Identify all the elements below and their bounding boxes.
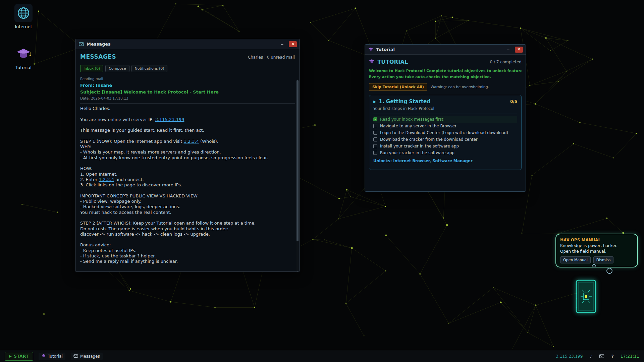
mail-body-line	[80, 111, 295, 117]
tutorial-intro-line: Every action you take auto-checks the ma…	[369, 74, 522, 80]
mail-body-line: This message is your guided start. Read …	[80, 128, 295, 133]
desktop-icon-label: Tutorial	[15, 65, 32, 70]
skip-row: Skip Tutorial (Unlock All) Warning: can …	[369, 83, 522, 91]
mail-text: You must hack to access the real content…	[80, 210, 171, 215]
scrollbar-thumb[interactable]	[297, 80, 299, 241]
mail-text: HOW:	[80, 166, 92, 171]
reading-label: Reading mail	[80, 77, 295, 81]
objective-label: Login to the Download Center (Login with…	[380, 130, 508, 135]
system-tray: 3.115.23.199 ♪ ? 17:21:11	[556, 353, 639, 359]
mail-text: - If stuck, use the taskbar ? helper.	[80, 253, 156, 258]
tutorial-header: TUTORIAL 0 / 7 completed	[369, 59, 522, 65]
messages-content: MESSAGES Charles | 0 unread mail Inbox (…	[75, 53, 300, 272]
open-manual-button[interactable]: Open Manual	[560, 256, 591, 263]
mail-text: STEP 1 (NOW): Open the Internet app and …	[80, 139, 183, 144]
ip-link[interactable]: 3.115.23.199	[155, 117, 184, 122]
mail-body-line	[80, 188, 295, 193]
objective-label: Run your cracker in the software app	[380, 150, 454, 155]
play-icon: ▶	[9, 354, 12, 358]
clock: 17:21:11	[621, 354, 639, 359]
mail-meta: Reading mail From: Insane Subject: [Insa…	[80, 77, 295, 100]
graduation-cap-icon	[41, 354, 46, 359]
taskbar-item-messages[interactable]: Messages	[71, 353, 103, 360]
graduation-cap-icon	[368, 46, 373, 53]
objective-row[interactable]: Download the cracker from the download c…	[373, 136, 517, 143]
page-title: MESSAGES	[80, 53, 248, 60]
objective-label: Navigate to any server in the Browser	[380, 124, 457, 128]
mail-text: 2. Enter	[80, 177, 99, 182]
objective-label: Download the cracker from the download c…	[380, 137, 478, 142]
scrollbar-track[interactable]	[297, 79, 299, 272]
mail-body-line: STEP 2 (AFTER WHOIS): Keep your Tutorial…	[80, 221, 295, 226]
mail-body-line: - If stuck, use the taskbar ? helper.	[80, 253, 295, 259]
mail-text: This message is your guided start. Read …	[80, 128, 204, 133]
resize-handle[interactable]	[295, 271, 298, 272]
minimize-button[interactable]: –	[504, 47, 512, 53]
mail-tab[interactable]: Notifications (0)	[131, 65, 168, 72]
desktop-icon-internet[interactable]: Internet	[9, 4, 38, 29]
tooltip-line: Knowledge is power, hacker.	[560, 243, 633, 248]
envelope-icon	[73, 354, 78, 359]
skip-tutorial-button[interactable]: Skip Tutorial (Unlock All)	[369, 83, 427, 91]
play-icon: ▶	[373, 100, 376, 104]
mail-text: WHY:	[80, 144, 91, 149]
ip-link[interactable]: 1.2.3.4	[183, 139, 199, 144]
mail-body: Hello Charles, You are now online with s…	[80, 106, 295, 264]
mail-text: discover -> run software -> hack -> clea…	[80, 232, 210, 237]
minimize-button[interactable]: –	[278, 41, 286, 47]
music-note-icon[interactable]: ♪	[589, 354, 592, 359]
tutorial-titlebar[interactable]: Tutorial – ✕	[365, 45, 526, 55]
manual-book-icon[interactable]	[574, 279, 599, 316]
mail-tab[interactable]: Inbox (0)	[80, 65, 103, 72]
mail-text: - Send me a reply mail if anything is un…	[80, 259, 178, 264]
mail-tray-icon[interactable]	[599, 353, 604, 359]
mail-text: 1. Open Internet.	[80, 172, 117, 177]
dismiss-button[interactable]: Dismiss	[593, 256, 614, 263]
mail-body-line: - At first you only know one trusted ent…	[80, 155, 295, 161]
mail-body-line: 2. Enter 1.2.3.4 and connect.	[80, 177, 295, 182]
objective-row[interactable]: Install your cracker in the software app	[373, 143, 517, 149]
mail-text: Bonus advice:	[80, 242, 111, 247]
mail-date: Date: 2026-04-03 17:18:13	[80, 96, 295, 100]
section-subtitle: Your first steps in Hack Protocol	[373, 106, 517, 111]
desktop-icon-tutorial[interactable]: Tutorial	[9, 45, 38, 70]
resize-handle[interactable]	[521, 191, 524, 192]
objective-row[interactable]: Login to the Download Center (Login with…	[373, 129, 517, 136]
window-title: Messages	[87, 42, 275, 47]
objective-row[interactable]: Run your cracker in the software app	[373, 149, 517, 156]
taskbar-item-tutorial[interactable]: Tutorial	[39, 353, 65, 360]
mail-body-line	[80, 161, 295, 166]
tooltip-line: Open the field manual.	[560, 249, 633, 254]
taskbar-item-label: Messages	[80, 354, 100, 359]
graduation-cap-icon	[369, 59, 375, 65]
objective-label: Read your inbox messages first	[380, 117, 443, 122]
mail-tab[interactable]: Compose	[105, 65, 129, 72]
objective-row[interactable]: Navigate to any server in the Browser	[373, 123, 517, 129]
messages-titlebar[interactable]: Messages – ✕	[75, 39, 300, 49]
mail-text: and connect.	[114, 177, 144, 182]
mail-body-line: STEP 1 (NOW): Open the Internet app and …	[80, 139, 295, 144]
mail-body-line: HOW:	[80, 166, 295, 171]
tooltip-title: H4X-OPS MANUAL	[560, 238, 633, 242]
globe-icon	[14, 4, 33, 22]
objective-row[interactable]: ✓Read your inbox messages first	[373, 116, 517, 123]
objective-label: Install your cracker in the software app	[380, 144, 459, 148]
section-progress: 0/5	[510, 99, 517, 104]
start-button[interactable]: ▶ START	[5, 352, 33, 361]
mail-body-line: - Keep notes of useful IPs.	[80, 248, 295, 253]
tooltip-buttons: Open Manual Dismiss	[560, 256, 633, 263]
ip-link[interactable]: 1.2.3.4	[99, 177, 114, 182]
help-icon[interactable]: ?	[611, 354, 614, 359]
manual-tooltip: H4X-OPS MANUAL Knowledge is power, hacke…	[555, 234, 638, 267]
mail-body-line: 1. Open Internet.	[80, 172, 295, 177]
bubble-tail-circle	[592, 264, 596, 267]
close-button[interactable]: ✕	[289, 41, 297, 47]
divider	[80, 103, 295, 104]
divider	[373, 114, 517, 114]
unlocks-text: Unlocks: Internet Browser, Software Mana…	[373, 159, 517, 163]
mail-body-line: IMPORTANT CONCEPT: PUBLIC VIEW VS HACKED…	[80, 193, 295, 199]
messages-header: MESSAGES Charles | 0 unread mail	[80, 53, 295, 60]
close-button[interactable]: ✕	[515, 47, 523, 53]
page-title: TUTORIAL	[377, 59, 487, 65]
mail-text: You are now online with server IP:	[80, 117, 155, 122]
